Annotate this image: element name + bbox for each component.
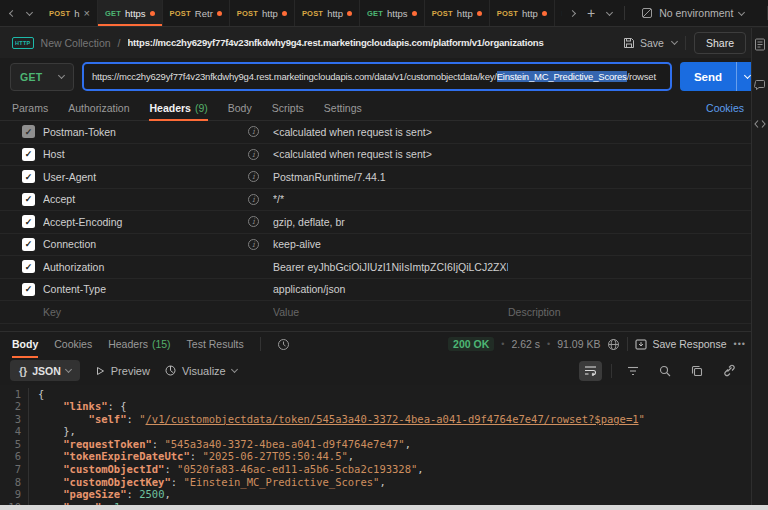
header-checkbox[interactable]: ✓ xyxy=(22,125,35,138)
request-tab-body[interactable]: Body xyxy=(228,95,252,120)
response-body-code[interactable]: 1{2 "links": {3 "self": "/v1/customobjec… xyxy=(0,385,768,510)
workspace-tab[interactable]: GEThttps xyxy=(98,0,163,26)
header-value[interactable]: */* xyxy=(273,193,508,205)
workspace-tab[interactable]: POSThttp xyxy=(555,0,562,26)
request-tab-authorization[interactable]: Authorization xyxy=(68,95,129,120)
info-icon[interactable]: i xyxy=(248,239,259,250)
share-button[interactable]: Share xyxy=(694,32,746,54)
line-content: "tokenExpireDateUtc": "2025-06-27T05:50:… xyxy=(28,450,354,463)
link-icon[interactable] xyxy=(717,361,740,381)
response-tab-headers[interactable]: Headers(15) xyxy=(108,332,170,357)
comments-icon[interactable] xyxy=(754,79,766,91)
workspace-tabs: POSTh×GEThttpsPOSTRetrPOSThttpPOSThttpGE… xyxy=(42,0,562,26)
workspace-tab[interactable]: POSThttp xyxy=(230,0,295,26)
response-tab-body[interactable]: Body xyxy=(12,332,38,357)
response-tab-test-results[interactable]: Test Results xyxy=(187,332,244,357)
request-tab-params[interactable]: Params xyxy=(12,95,48,120)
nav-back-icon[interactable] xyxy=(10,11,15,16)
body-format-selector[interactable]: {} JSON xyxy=(10,360,80,381)
tab-menu-icon[interactable] xyxy=(27,12,32,15)
info-icon[interactable]: i xyxy=(248,126,259,137)
send-button[interactable]: Send xyxy=(680,62,758,91)
header-key-cell[interactable]: Hosti xyxy=(43,148,273,160)
description-placeholder[interactable]: Description xyxy=(508,306,768,318)
search-icon[interactable] xyxy=(653,361,676,381)
header-key-cell[interactable]: Key xyxy=(43,306,273,318)
workspace-tab[interactable]: POSThttp xyxy=(490,0,555,26)
code-snippet-icon[interactable] xyxy=(754,119,766,129)
header-checkbox[interactable]: ✓ xyxy=(22,170,35,183)
header-value[interactable]: <calculated when request is sent> xyxy=(273,148,508,160)
header-key-cell[interactable]: User-Agenti xyxy=(43,171,273,183)
header-value[interactable]: gzip, deflate, br xyxy=(273,216,508,228)
horizontal-scrollbar[interactable] xyxy=(0,505,768,510)
network-info-icon[interactable] xyxy=(607,338,620,351)
info-icon[interactable]: i xyxy=(248,149,259,160)
header-checkbox[interactable]: ✓ xyxy=(22,148,35,161)
header-value[interactable]: keep-alive xyxy=(273,238,508,250)
info-icon[interactable]: i xyxy=(248,216,259,227)
header-key-cell[interactable]: Connectioni xyxy=(43,238,273,250)
header-checkbox[interactable]: ✓ xyxy=(22,260,35,273)
header-value[interactable]: <calculated when request is sent> xyxy=(273,126,508,138)
response-time[interactable]: 2.62 s xyxy=(511,338,540,350)
info-icon[interactable]: i xyxy=(248,171,259,182)
line-content: "pageSize": 2500, xyxy=(28,488,171,501)
workspace-tab[interactable]: POSTRetr xyxy=(163,0,230,26)
header-row: ✓Accepti*/* xyxy=(0,189,768,212)
history-icon[interactable] xyxy=(277,338,290,351)
copy-icon[interactable] xyxy=(685,361,708,381)
value-placeholder[interactable]: Value xyxy=(273,306,508,318)
visualize-button[interactable]: Visualize xyxy=(165,365,237,377)
header-value[interactable]: PostmanRuntime/7.44.1 xyxy=(273,171,508,183)
info-icon[interactable]: i xyxy=(248,194,259,205)
header-checkbox[interactable]: ✓ xyxy=(22,193,35,206)
header-key: Host xyxy=(43,148,65,160)
response-section: BodyCookiesHeaders(15)Test Results 200 O… xyxy=(0,331,768,510)
section-divider[interactable] xyxy=(0,324,768,331)
braces-icon: {} xyxy=(19,365,27,377)
json-link[interactable]: /v1/customobjectdata/token/545a3a40-3372… xyxy=(146,413,639,425)
header-key-cell[interactable]: Postman-Tokeni xyxy=(43,126,273,138)
status-badge[interactable]: 200 OK xyxy=(448,337,494,351)
header-key-cell[interactable]: Content-Type xyxy=(43,283,273,295)
header-key-cell[interactable]: Authorization xyxy=(43,261,273,273)
wrap-text-icon[interactable] xyxy=(579,361,602,381)
header-value[interactable]: application/json xyxy=(273,283,508,295)
save-dropdown-icon[interactable] xyxy=(672,41,677,44)
documentation-icon[interactable] xyxy=(754,38,766,51)
open-tabs-dropdown-icon[interactable] xyxy=(607,12,612,15)
response-more-icon[interactable]: ••• xyxy=(734,339,746,349)
workspace-tab[interactable]: POSThttp xyxy=(425,0,490,26)
save-button[interactable]: Save xyxy=(623,37,664,49)
workspace-tab[interactable]: GEThttps xyxy=(360,0,425,26)
tab-scroll-right-icon[interactable] xyxy=(570,11,575,16)
breadcrumb-collection[interactable]: New Collection xyxy=(41,37,111,49)
workspace-tab[interactable]: POSThttp xyxy=(295,0,360,26)
save-label: Save xyxy=(640,37,664,49)
header-checkbox[interactable]: ✓ xyxy=(22,215,35,228)
filter-icon[interactable] xyxy=(621,361,644,381)
preview-button[interactable]: Preview xyxy=(95,365,150,377)
close-tab-icon[interactable]: × xyxy=(84,8,90,19)
save-response-button[interactable]: Save Response xyxy=(635,338,726,350)
header-key-cell[interactable]: Accepti xyxy=(43,193,273,205)
header-key: Postman-Token xyxy=(43,126,116,138)
request-tab-headers[interactable]: Headers(9) xyxy=(149,95,207,120)
preview-label: Preview xyxy=(111,365,150,377)
response-size[interactable]: 91.09 KB xyxy=(557,338,600,350)
header-checkbox[interactable]: ✓ xyxy=(22,283,35,296)
header-value[interactable]: Bearer eyJhbGciOiJIUzI1NiIsImtpZCI6IjQiL… xyxy=(273,261,508,273)
method-selector[interactable]: GET xyxy=(10,63,74,91)
breadcrumb-request-name[interactable]: https://mcc2hy629yf77f4v23nfkdwhy9g4.res… xyxy=(128,37,617,48)
header-checkbox[interactable]: ✓ xyxy=(22,238,35,251)
url-input[interactable]: https://mcc2hy629yf77f4v23nfkdwhy9g4.res… xyxy=(82,62,672,91)
new-tab-button[interactable]: + xyxy=(587,5,595,21)
request-tab-settings[interactable]: Settings xyxy=(324,95,362,120)
cookies-link[interactable]: Cookies xyxy=(706,102,744,114)
response-tab-cookies[interactable]: Cookies xyxy=(54,332,92,357)
header-key-cell[interactable]: Accept-Encodingi xyxy=(43,216,273,228)
workspace-tab[interactable]: POSTh× xyxy=(42,0,98,26)
environment-selector[interactable]: No environment xyxy=(637,7,755,19)
request-tab-scripts[interactable]: Scripts xyxy=(272,95,304,120)
